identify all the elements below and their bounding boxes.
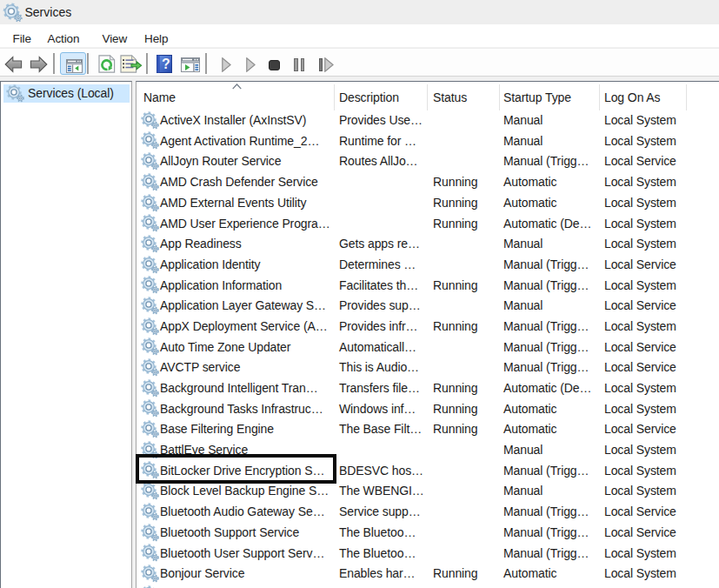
svg-text:?: ? — [162, 57, 170, 71]
